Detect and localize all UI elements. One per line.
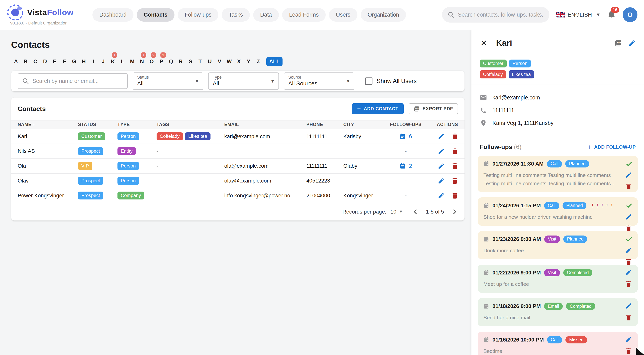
column-header-status[interactable]: STATUS (78, 122, 118, 127)
column-header-phone[interactable]: PHONE (306, 122, 344, 127)
letter-filter-q[interactable]: Q (166, 58, 176, 66)
chevron-down-icon[interactable]: ▼ (399, 209, 403, 214)
edit-contact-button[interactable] (438, 177, 445, 184)
nav-tab-lead-forms[interactable]: Lead Forms (282, 8, 326, 22)
column-header-followups[interactable]: FOLLOW-UPS (385, 122, 426, 127)
nav-tab-organization[interactable]: Organization (361, 8, 406, 22)
nav-tab-data[interactable]: Data (253, 8, 279, 22)
letter-filter-y[interactable]: Y (244, 58, 253, 66)
edit-contact-button[interactable] (438, 147, 445, 155)
nav-tab-dashboard[interactable]: Dashboard (92, 8, 134, 22)
letter-filter-r[interactable]: R (176, 58, 186, 66)
close-panel-button[interactable]: ✕ (480, 39, 487, 47)
delete-followup-button[interactable] (625, 183, 632, 190)
add-contact-button[interactable]: + ADD CONTACT (352, 103, 404, 115)
letter-filter-t[interactable]: T (195, 58, 205, 66)
source-select[interactable]: Source All Sources ▼ (284, 73, 354, 90)
complete-followup-button[interactable] (625, 160, 632, 167)
nav-tab-follow-ups[interactable]: Follow-ups (178, 8, 218, 22)
delete-contact-button[interactable] (452, 177, 459, 184)
edit-followup-button[interactable] (625, 269, 632, 276)
global-search[interactable] (442, 7, 550, 23)
edit-contact-button[interactable] (438, 192, 445, 199)
letter-filter-x[interactable]: X (234, 58, 244, 66)
letter-filter-l[interactable]: L (118, 58, 127, 66)
language-selector[interactable]: ENGLISH ▼ (556, 12, 600, 18)
delete-contact-button[interactable] (452, 162, 459, 170)
column-header-email[interactable]: EMAIL (224, 122, 306, 127)
nav-tab-users[interactable]: Users (329, 8, 358, 22)
edit-contact-button[interactable] (438, 162, 445, 170)
edit-contact-button[interactable] (628, 39, 636, 47)
add-followup-button[interactable]: + ADD FOLLOW-UP (588, 143, 636, 151)
delete-followup-button[interactable] (625, 224, 632, 232)
delete-followup-button[interactable] (625, 314, 632, 321)
cell-followups[interactable]: 6 (385, 133, 426, 140)
edit-followup-button[interactable] (625, 213, 632, 220)
delete-followup-button[interactable] (625, 347, 632, 354)
table-row[interactable]: KariCustomerPersonCoffeladyLikes teakari… (11, 129, 464, 144)
global-search-input[interactable] (458, 12, 544, 18)
prev-page-button[interactable] (412, 208, 419, 215)
edit-followup-button[interactable] (625, 336, 632, 343)
delete-contact-button[interactable] (452, 147, 459, 155)
letter-filter-m[interactable]: M (128, 58, 137, 66)
letter-filter-d[interactable]: D (40, 58, 50, 66)
letter-filter-p[interactable]: P1 (156, 58, 166, 66)
contact-phone[interactable]: 11111111 (492, 107, 514, 114)
letter-filter-n[interactable]: N1 (137, 58, 147, 66)
column-header-name[interactable]: NAME ↑ (18, 122, 78, 127)
contact-email[interactable]: kari@example.com (492, 94, 540, 101)
table-row[interactable]: OlavProspectPerson-olav@example.com40512… (11, 174, 464, 188)
next-page-button[interactable] (451, 208, 458, 215)
letter-filter-j[interactable]: J (98, 58, 108, 66)
notifications-button[interactable]: 16 (607, 10, 616, 19)
table-row[interactable]: Nils ASProspectEntity-- (11, 144, 464, 159)
table-row[interactable]: OlaVIPPerson-ola@example.com11111111Olab… (11, 159, 464, 174)
letter-filter-w[interactable]: W (224, 58, 234, 66)
nav-tab-contacts[interactable]: Contacts (137, 8, 174, 22)
show-all-users-checkbox[interactable] (365, 78, 372, 85)
delete-contact-button[interactable] (452, 133, 459, 140)
edit-followup-button[interactable] (625, 247, 632, 254)
letter-filter-v[interactable]: V (214, 58, 224, 66)
export-pdf-button[interactable]: PDF EXPORT PDF (409, 103, 458, 115)
table-row[interactable]: Power KongsvingerProspectCompany-info.ko… (11, 188, 464, 203)
cell-followups[interactable]: 2 (385, 163, 426, 169)
column-header-type[interactable]: TYPE (118, 122, 156, 127)
delete-contact-button[interactable] (452, 192, 459, 199)
column-header-tags[interactable]: TAGS (156, 122, 224, 127)
version-link[interactable]: v0.18.0 (10, 21, 24, 26)
complete-followup-button[interactable] (625, 235, 632, 242)
letter-filter-a[interactable]: A (11, 58, 21, 66)
letter-filter-b[interactable]: B (21, 58, 30, 66)
edit-followup-button[interactable] (625, 302, 632, 309)
letter-filter-z[interactable]: Z (254, 58, 263, 66)
complete-followup-button[interactable] (625, 202, 632, 209)
delete-followup-button[interactable] (625, 280, 632, 287)
letter-filter-u[interactable]: U (205, 58, 214, 66)
letter-filter-h[interactable]: H (79, 58, 88, 66)
letter-filter-g[interactable]: G (69, 58, 79, 66)
export-contact-pdf-button[interactable]: PDF (614, 39, 622, 47)
letter-filter-c[interactable]: C (30, 58, 40, 66)
delete-followup-button[interactable] (625, 258, 632, 265)
status-select[interactable]: Status All ▼ (133, 73, 203, 90)
type-select[interactable]: Type All ▼ (208, 73, 279, 90)
contact-search-input[interactable] (32, 78, 123, 84)
edit-followup-button[interactable] (625, 171, 632, 179)
letter-filter-f[interactable]: F (60, 58, 69, 66)
records-per-page-select[interactable]: 10 (390, 209, 396, 215)
user-avatar[interactable]: O (622, 7, 638, 22)
letter-filter-k[interactable]: K1 (108, 58, 118, 66)
show-all-users-toggle[interactable]: Show All Users (365, 78, 417, 85)
letter-filter-e[interactable]: E (50, 58, 60, 66)
letter-filter-o[interactable]: O2 (147, 58, 156, 66)
nav-tab-tasks[interactable]: Tasks (222, 8, 250, 22)
column-header-city[interactable]: CITY (344, 122, 385, 127)
contact-search-field[interactable] (18, 73, 128, 89)
letter-filter-i[interactable]: I (88, 58, 98, 66)
letter-filter-s[interactable]: S (186, 58, 195, 66)
letter-filter-all[interactable]: ALL (266, 57, 282, 66)
edit-contact-button[interactable] (438, 133, 445, 140)
